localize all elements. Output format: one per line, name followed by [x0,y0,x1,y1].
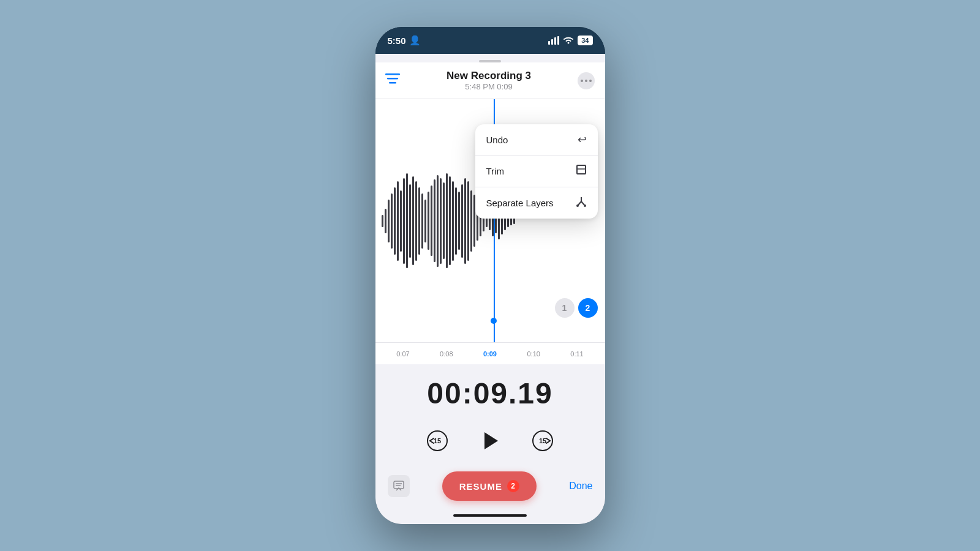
svg-point-15 [576,204,579,207]
signal-icon [548,36,559,45]
dropdown-item-undo[interactable]: Undo ↩ [475,124,598,156]
timer-display: 00:09.19 [375,377,605,410]
svg-rect-1 [551,39,553,45]
phone-frame: 5:50 👤 34 [375,27,605,524]
page-2-indicator[interactable]: 2 [578,298,598,318]
page-1-indicator[interactable]: 1 [555,298,575,318]
undo-label: Undo [486,135,508,145]
app-header: New Recording 3 5:48 PM 0:09 [375,62,605,99]
svg-rect-10 [577,165,586,174]
more-button[interactable] [578,72,595,89]
dropdown-item-separate-layers[interactable]: Separate Layers [475,187,598,219]
recording-subtitle: 5:48 PM 0:09 [447,82,531,91]
ruler-label-3: 0:10 [527,350,540,358]
time-display: 5:50 [388,36,406,46]
playback-controls: 15 15 [375,416,605,465]
dropdown-menu: Undo ↩ Trim Separate Layers [475,124,598,219]
separate-layers-icon [576,196,587,210]
battery-display: 34 [578,36,592,45]
ruler-label-4: 0:11 [570,350,583,358]
bottom-bar: RESUME 2 Done [375,465,605,511]
dropdown-item-trim[interactable]: Trim [475,156,598,187]
skip-back-button[interactable]: 15 [423,426,452,455]
undo-icon: ↩ [578,133,587,146]
resume-label: RESUME [459,481,502,492]
timeline-ruler: 0:07 0:08 0:09 0:10 0:11 [375,342,605,364]
ruler-labels: 0:07 0:08 0:09 0:10 0:11 [375,350,605,358]
play-icon [484,432,498,449]
home-indicator-area [375,511,605,524]
timer-section: 00:09.19 [375,364,605,416]
svg-rect-5 [387,78,398,80]
status-right: 34 [548,36,592,45]
svg-rect-2 [554,37,556,45]
resume-badge: 2 [507,480,519,492]
resume-button[interactable]: RESUME 2 [442,471,537,501]
app-content: New Recording 3 5:48 PM 0:09 Undo ↩ Trim [375,54,605,524]
trim-label: Trim [486,166,504,176]
svg-rect-3 [557,36,559,45]
wifi-icon [563,36,574,45]
status-left: 5:50 👤 [388,35,421,46]
playhead-dot [491,318,497,324]
header-title-block: New Recording 3 5:48 PM 0:09 [447,70,531,91]
recording-title: New Recording 3 [447,70,531,82]
separate-layers-label: Separate Layers [486,198,554,208]
play-button[interactable] [477,427,503,454]
person-icon: 👤 [409,35,421,46]
ruler-label-1: 0:08 [440,350,453,358]
status-bar: 5:50 👤 34 [375,27,605,54]
svg-text:15: 15 [434,437,441,444]
svg-point-16 [584,204,586,207]
done-button[interactable]: Done [569,481,592,492]
filter-button[interactable] [385,73,400,88]
trim-icon [576,164,587,178]
svg-point-9 [589,80,592,82]
svg-text:15: 15 [539,437,546,444]
ruler-label-0: 0:07 [396,350,409,358]
svg-point-7 [581,80,583,82]
ruler-label-2: 0:09 [483,350,497,358]
transcript-button[interactable] [388,475,410,497]
svg-rect-4 [385,73,400,75]
skip-forward-button[interactable]: 15 [528,426,557,455]
home-indicator [453,514,527,517]
page-indicators: 1 2 [555,298,598,318]
svg-rect-0 [548,41,550,45]
svg-rect-6 [389,82,396,84]
svg-point-8 [585,80,587,82]
